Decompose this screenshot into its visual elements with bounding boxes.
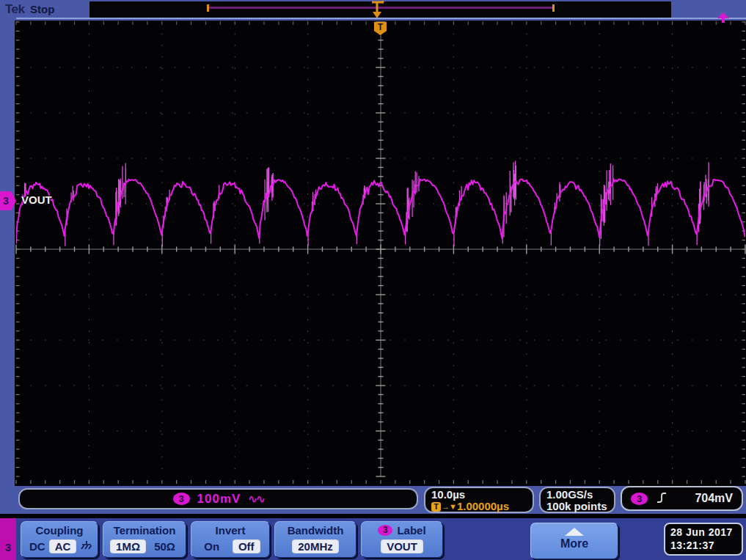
record-length-value: 100k points bbox=[546, 501, 608, 512]
termination-1m-option[interactable]: 1MΩ bbox=[110, 539, 146, 553]
expansion-point-icon bbox=[367, 0, 387, 21]
trigger-delay-value: 1.00000µs bbox=[457, 501, 509, 512]
more-button[interactable]: More bbox=[530, 523, 618, 559]
rising-edge-icon bbox=[657, 492, 667, 506]
invert-on-option[interactable]: On bbox=[200, 540, 223, 553]
record-end-bracket bbox=[552, 4, 555, 12]
bandwidth-title: Bandwidth bbox=[275, 524, 356, 537]
trigger-readout: 3 704mV bbox=[621, 486, 743, 511]
acquisition-status: Stop bbox=[30, 3, 54, 15]
menu-termination[interactable]: Termination 1MΩ 50Ω bbox=[103, 521, 186, 558]
label-channel-badge: 3 bbox=[378, 525, 392, 536]
termination-title: Termination bbox=[103, 524, 186, 537]
oscilloscope-screen: Tek Stop T 3 VOUT 3 100mV bbox=[0, 0, 746, 560]
delay-arrow-icon: →▼ bbox=[442, 501, 456, 512]
menu-invert[interactable]: Invert On Off bbox=[191, 521, 270, 558]
coupling-title: Coupling bbox=[21, 524, 98, 537]
invert-off-option[interactable]: Off bbox=[233, 539, 260, 553]
menu-bandwidth[interactable]: Bandwidth 20MHz bbox=[274, 521, 356, 558]
chevron-up-icon bbox=[565, 528, 584, 536]
vertical-scale-value: 100mV bbox=[197, 492, 241, 506]
tek-logo: Tek bbox=[5, 2, 25, 17]
time-value: 13:21:37 bbox=[670, 539, 742, 552]
label-value[interactable]: VOUT bbox=[381, 539, 423, 553]
trigger-level-offscreen-arrow-icon bbox=[716, 12, 731, 26]
datetime-display: 28 Jun 2017 13:21:37 bbox=[664, 523, 743, 556]
coupling-ac-option[interactable]: AC bbox=[49, 539, 77, 553]
acquisition-readout: 1.00GS/s 100k points bbox=[539, 487, 615, 513]
bandwidth-value[interactable]: 20MHz bbox=[292, 539, 339, 553]
menu-label[interactable]: 3 Label VOUT bbox=[361, 521, 443, 558]
coupling-dc-option[interactable]: DC bbox=[26, 540, 49, 553]
coupling-ground-icon[interactable] bbox=[76, 540, 96, 553]
bottom-menu-bar: 3 Coupling DC AC Termination 1MΩ 50Ω Inv… bbox=[0, 518, 746, 560]
left-channel-strip bbox=[0, 21, 15, 514]
menu-coupling[interactable]: Coupling DC AC bbox=[21, 521, 98, 558]
record-start-bracket bbox=[207, 4, 209, 12]
invert-title: Invert bbox=[191, 524, 269, 537]
date-value: 28 Jun 2017 bbox=[670, 526, 742, 539]
ac-coupling-icon: ∿∿ bbox=[248, 493, 263, 506]
label-title: Label bbox=[397, 524, 425, 537]
channel3-badge: 3 bbox=[173, 493, 190, 505]
trigger-delay-icon: T bbox=[431, 502, 441, 512]
channel3-menu-tab[interactable]: 3 bbox=[0, 518, 16, 560]
more-label: More bbox=[560, 537, 588, 550]
channel-waveform-label: VOUT bbox=[21, 194, 52, 206]
trigger-level-value: 704mV bbox=[695, 492, 733, 505]
time-per-div-value: 10.0µs bbox=[431, 489, 527, 501]
waveform-display-area bbox=[0, 21, 746, 486]
horizontal-readout: 10.0µs T→▼1.00000µs bbox=[424, 487, 534, 513]
trigger-source-badge: 3 bbox=[631, 493, 648, 505]
channel-scale-readout: 3 100mV ∿∿ bbox=[18, 488, 418, 509]
sample-rate-value: 1.00GS/s bbox=[546, 489, 608, 501]
top-bar: Tek Stop bbox=[0, 0, 746, 21]
termination-50-option[interactable]: 50Ω bbox=[150, 540, 179, 553]
status-readout-row: 3 100mV ∿∿ 10.0µs T→▼1.00000µs 1.00GS/s … bbox=[0, 486, 746, 514]
trigger-delay-readout: T→▼1.00000µs bbox=[431, 501, 527, 512]
